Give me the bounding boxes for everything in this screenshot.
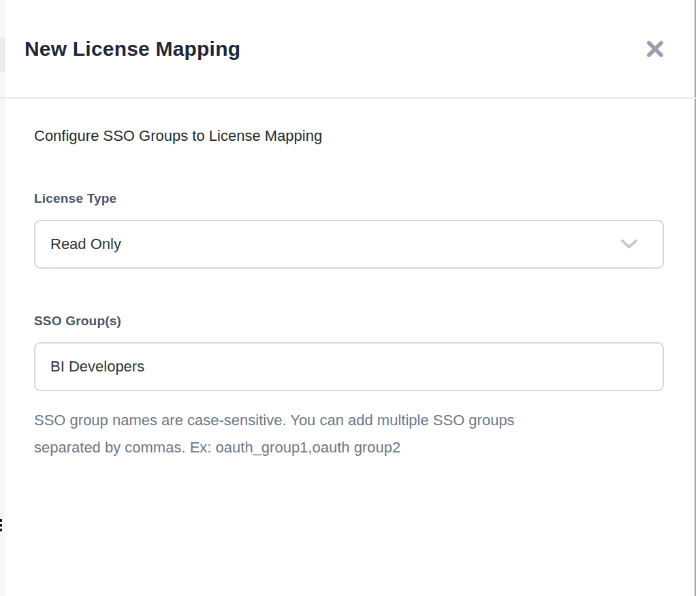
- help-text-line-2: separated by commas. Ex: oauth_group1,oa…: [34, 434, 664, 461]
- modal-title: New License Mapping: [25, 37, 240, 61]
- modal-body: Configure SSO Groups to License Mapping …: [5, 97, 695, 461]
- sso-groups-input[interactable]: [34, 342, 664, 391]
- header-divider: [0, 97, 696, 99]
- sso-groups-help-text: SSO group names are case-sensitive. You …: [34, 407, 664, 461]
- background-page-strip: [0, 0, 5, 596]
- sso-groups-label: SSO Group(s): [34, 312, 664, 330]
- license-type-select[interactable]: Read Only: [34, 220, 664, 269]
- help-text-line-1: SSO group names are case-sensitive. You …: [34, 407, 664, 434]
- background-page-block: [0, 38, 5, 72]
- x-close-icon: [644, 38, 666, 60]
- modal-header: New License Mapping: [5, 0, 695, 97]
- hamburger-menu-icon: [0, 519, 3, 533]
- new-license-mapping-modal: New License Mapping Configure SSO Groups…: [5, 0, 696, 596]
- license-type-label: License Type: [34, 190, 664, 208]
- config-heading: Configure SSO Groups to License Mapping: [34, 126, 664, 146]
- license-type-selected-value: Read Only: [50, 235, 121, 253]
- close-button[interactable]: [642, 36, 668, 62]
- chevron-down-icon: [620, 239, 638, 250]
